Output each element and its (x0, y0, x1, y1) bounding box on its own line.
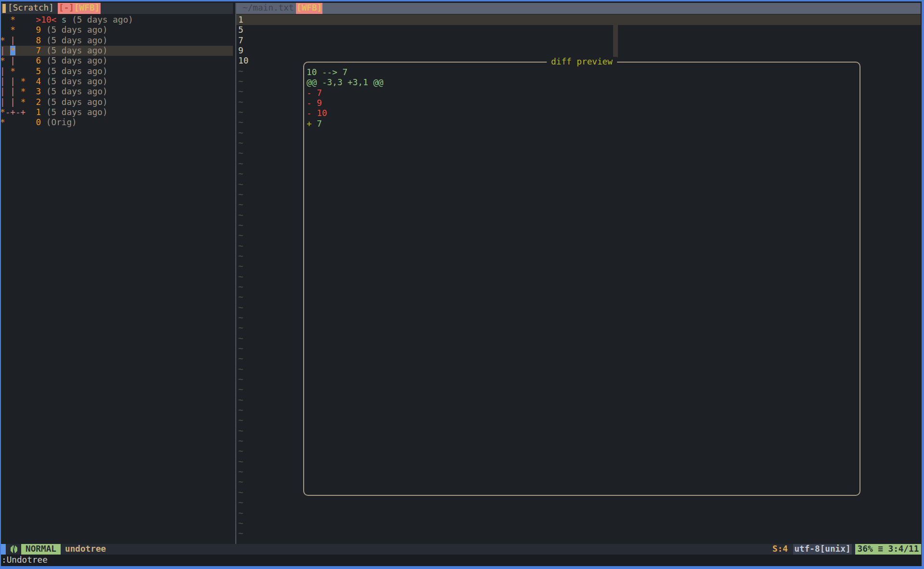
text-segment: 9 (36, 25, 41, 35)
buffer-line[interactable]: 10 (238, 56, 248, 66)
empty-line-tilde: ~ (238, 518, 248, 529)
text-segment: * (21, 77, 26, 86)
text-segment: 2 (36, 97, 41, 107)
text-segment (15, 97, 21, 107)
statusline-encoding: utf-8[unix] (793, 544, 852, 555)
empty-line-tilde: ~ (238, 354, 248, 364)
empty-line-tilde: ~ (238, 375, 248, 385)
empty-line-tilde: ~ (238, 77, 248, 87)
text-segment (15, 25, 36, 35)
undotree-node-row[interactable]: | | * 4 (5 days ago) (0, 77, 233, 87)
text-segment (5, 46, 11, 55)
statusline-position: 36% ≡ 3:4/11 (855, 544, 921, 555)
buffer-line[interactable]: 5 (238, 25, 248, 35)
command-line-area[interactable]: :Undotree (0, 555, 922, 566)
text-segment: * (10, 25, 15, 35)
empty-line-tilde: ~ (238, 251, 248, 261)
diff-line: - 9 (307, 98, 384, 108)
text-segment: | (10, 77, 15, 86)
empty-line-tilde: ~ (238, 334, 248, 344)
empty-line-tilde: ~ (238, 426, 248, 436)
window-border-right (922, 0, 924, 569)
text-segment: | (10, 97, 15, 107)
undotree-node-row[interactable]: | | * 3 (5 days ago) (0, 87, 233, 97)
editor-file-title: ~/main.txt (243, 3, 294, 13)
empty-line-tilde: ~ (238, 138, 248, 148)
diff-line: + 7 (307, 119, 384, 129)
buffer-line[interactable]: 1 (238, 15, 248, 25)
text-segment (15, 87, 21, 96)
editor-buffer[interactable]: 157910~~~~~~~~~~~~~~~~~~~~~~~~~~~~~~~~~~… (238, 15, 248, 539)
mode-indicator: NORMAL (21, 544, 61, 555)
statusline-accent-block (1, 544, 6, 555)
text-segment: * (10, 66, 15, 76)
text-segment: (5 days ago) (41, 25, 107, 35)
empty-line-tilde: ~ (238, 210, 248, 220)
text-segment: -+-+ (5, 107, 26, 117)
buffer-line[interactable]: 9 (238, 46, 248, 56)
empty-line-tilde: ~ (238, 200, 248, 210)
text-segment: - 10 (307, 108, 327, 118)
empty-line-tilde: ~ (238, 498, 248, 508)
buffer-line[interactable]: 7 (238, 36, 248, 46)
text-segment: (5 days ago) (41, 87, 107, 96)
empty-line-tilde: ~ (238, 66, 248, 77)
empty-line-tilde: ~ (238, 241, 248, 251)
empty-line-tilde: ~ (238, 303, 248, 313)
text-segment: 4 (36, 77, 41, 86)
text-segment: + (307, 119, 312, 129)
undotree-node-row[interactable]: * | 6 (5 days ago) (0, 56, 233, 66)
undotree-node-row[interactable]: * >10< s (5 days ago) (0, 15, 233, 25)
undotree-node-row[interactable]: * 0 (Orig) (0, 117, 233, 128)
text-segment: (5 days ago) (41, 77, 107, 86)
text-segment: >10< (36, 15, 57, 25)
window-border-top (0, 0, 924, 1)
text-segment: - 7 (307, 88, 322, 98)
cursor: * (10, 46, 15, 55)
text-segment: | (10, 56, 15, 65)
text-segment: 0 (36, 117, 41, 127)
text-segment (5, 97, 11, 107)
empty-line-tilde: ~ (238, 457, 248, 467)
empty-line-tilde: ~ (238, 180, 248, 190)
undotree-node-row[interactable]: * 9 (5 days ago) (0, 25, 233, 35)
text-segment: * (10, 15, 15, 25)
text-segment (5, 36, 11, 45)
text-segment: (5 days ago) (41, 97, 107, 107)
text-segment: (5 days ago) (41, 107, 107, 117)
text-segment: (5 days ago) (41, 66, 107, 76)
undotree-node-row[interactable]: | | * 2 (5 days ago) (0, 97, 233, 107)
diff-preview-content: 10 --> 7@@ -3,3 +3,1 @@- 7- 9- 10+ 7 (307, 67, 384, 129)
undotree-panel: * >10< s (5 days ago) * 9 (5 days ago)* … (0, 15, 233, 128)
undotree-node-row[interactable]: | * 7 (5 days ago) (0, 46, 233, 56)
undotree-winbar: [Scratch] [-][WFB] (1, 3, 233, 14)
text-segment (0, 25, 10, 35)
text-segment (0, 15, 10, 25)
statusline-filename: undotree (65, 544, 106, 554)
scrollbar-thumb[interactable] (613, 25, 618, 57)
text-segment (15, 56, 36, 65)
text-segment: (5 days ago) (41, 36, 107, 45)
undotree-node-row[interactable]: | * 5 (5 days ago) (0, 66, 233, 77)
window-vertical-separator[interactable] (235, 3, 236, 544)
text-segment (5, 87, 11, 96)
diff-preview-window: diff preview 10 --> 7@@ -3,3 +3,1 @@- 7-… (303, 62, 860, 496)
undotree-node-row[interactable]: *-+-+ 1 (5 days ago) (0, 107, 233, 117)
undotree-node-row[interactable]: * | 8 (5 days ago) (0, 36, 233, 46)
text-segment: 10 --> 7 (307, 67, 347, 77)
empty-line-tilde: ~ (238, 395, 248, 405)
empty-line-tilde: ~ (238, 128, 248, 138)
empty-line-tilde: ~ (238, 272, 248, 282)
empty-line-tilde: ~ (238, 190, 248, 200)
text-segment: (Orig) (41, 117, 77, 127)
text-segment (26, 77, 36, 86)
empty-line-tilde: ~ (238, 446, 248, 456)
empty-line-tilde: ~ (238, 261, 248, 272)
diff-preview-title: diff preview (547, 57, 617, 67)
empty-line-tilde: ~ (238, 231, 248, 241)
empty-line-tilde: ~ (238, 169, 248, 179)
diff-line: @@ -3,3 +3,1 @@ (307, 78, 384, 88)
text-segment: 3 (36, 87, 41, 96)
text-segment (26, 87, 36, 96)
diff-line: 10 --> 7 (307, 67, 384, 78)
